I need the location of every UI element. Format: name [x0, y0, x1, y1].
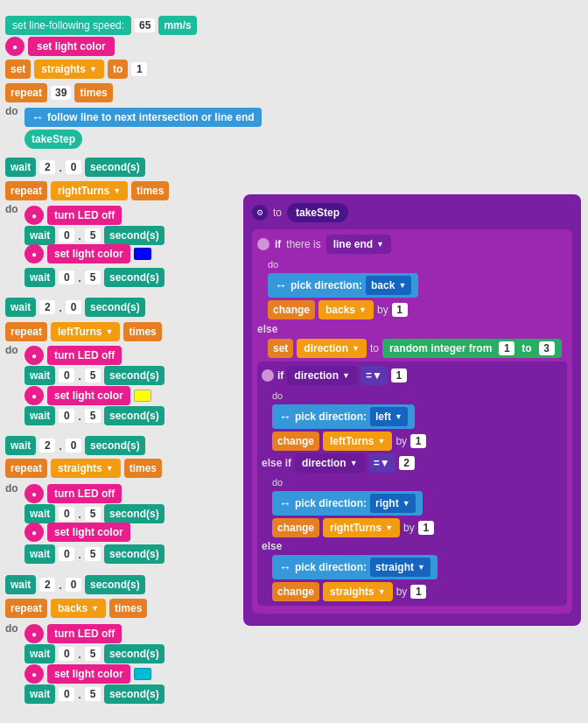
pick-direction-4-block[interactable]: ↔ pick direction: straight ▼ [272, 555, 438, 579]
by-val-2[interactable]: 1 [410, 434, 426, 448]
by-val-1[interactable]: 1 [392, 303, 408, 317]
takestep-row[interactable]: takeStep [24, 130, 82, 149]
pick-direction-3-block[interactable]: ↔ pick direction: right ▼ [272, 491, 423, 516]
times-label-2: times [131, 181, 169, 200]
wait-4-v1[interactable]: 2 [39, 300, 55, 314]
wait-5-v1[interactable]: 0 [59, 369, 74, 383]
turn-led-off-1[interactable]: turn LED off [47, 206, 122, 225]
back-dropdown[interactable]: back ▼ [366, 276, 411, 295]
follow-line-row[interactable]: ↔ follow line to next intersection or li… [24, 108, 262, 127]
turn-led-off-4-row[interactable]: ● turn LED off [24, 624, 122, 643]
turn-led-off-1-row[interactable]: ● turn LED off [24, 206, 122, 225]
wait-6-v2[interactable]: 5 [85, 409, 101, 423]
wait-10-v2[interactable]: 0 [66, 578, 81, 592]
left-dropdown[interactable]: left ▼ [370, 407, 408, 426]
direction-var-3-dropdown[interactable]: direction ▼ [295, 453, 365, 473]
backs-var-dropdown[interactable]: backs ▼ [318, 300, 374, 319]
color-swatch-blue[interactable] [134, 248, 151, 260]
straights-dropdown-2[interactable]: straights ▼ [51, 459, 121, 478]
to-keyword-1: to [108, 60, 128, 79]
wait-1-v1[interactable]: 2 [39, 160, 55, 174]
wait-10-unit: second(s) [85, 575, 145, 594]
wait-12-v1[interactable]: 0 [59, 687, 74, 701]
takestep-label[interactable]: takeStep [287, 203, 348, 222]
right-dropdown[interactable]: right ▼ [370, 494, 416, 513]
leftturns-dropdown[interactable]: leftTurns ▼ [51, 322, 120, 341]
color-swatch-cyan[interactable] [134, 668, 151, 680]
speed-value[interactable]: 65 [135, 18, 155, 32]
val-2-box[interactable]: 2 [399, 456, 415, 470]
random-block[interactable]: random integer from 1 to 3 [382, 339, 562, 358]
set-light-label-5[interactable]: set light color [47, 664, 130, 684]
set-light-label-2[interactable]: set light color [47, 244, 130, 263]
rightturns-dropdown[interactable]: rightTurns ▼ [51, 181, 128, 200]
straight-dropdown[interactable]: straight ▼ [370, 558, 430, 577]
wait-4-v2[interactable]: 0 [66, 300, 81, 314]
wait-6-v1[interactable]: 0 [59, 409, 74, 423]
takestep-block[interactable]: takeStep [24, 130, 82, 149]
wait-11-unit: second(s) [104, 644, 164, 663]
if-block-2: if direction ▼ =▼ 1 do ↔ pick direction: [257, 362, 567, 606]
val-1-box[interactable]: 1 [391, 369, 407, 383]
wait-11-v1[interactable]: 0 [59, 647, 74, 661]
turn-led-off-2[interactable]: turn LED off [47, 346, 122, 365]
turn-led-off-4[interactable]: turn LED off [47, 624, 122, 643]
direction-var-dropdown[interactable]: direction ▼ [297, 339, 367, 358]
wait-2-v2[interactable]: 5 [85, 228, 101, 242]
wait-12-v2[interactable]: 5 [85, 687, 101, 701]
wait-10-v1[interactable]: 2 [39, 578, 55, 592]
straights-var-dropdown[interactable]: straights ▼ [323, 582, 393, 601]
change-keyword-4: change [272, 582, 319, 601]
by-label-2: by [396, 435, 407, 447]
direction-var-2-dropdown[interactable]: direction ▼ [287, 366, 357, 385]
function-header: ⚙ to takeStep [252, 203, 572, 222]
backs-dropdown[interactable]: backs ▼ [51, 599, 106, 618]
times-label-1: times [74, 83, 112, 102]
wait-3-v2[interactable]: 5 [85, 270, 101, 284]
set-keyword: set [5, 60, 31, 79]
wait-7-row: wait 2 . 0 second(s) [5, 436, 145, 455]
repeat-39-val[interactable]: 39 [51, 86, 71, 100]
rightturns-var-dropdown[interactable]: rightTurns ▼ [323, 518, 400, 537]
wait-keyword-4: wait [5, 298, 36, 317]
turn-led-off-3[interactable]: turn LED off [47, 484, 122, 503]
line-end-dropdown[interactable]: line end ▼ [326, 235, 391, 254]
wait-3-row: wait 0 . 5 second(s) [24, 268, 164, 287]
wait-8-v1[interactable]: 0 [59, 507, 74, 521]
leftturns-var-dropdown[interactable]: leftTurns ▼ [323, 432, 392, 451]
eq1-block[interactable]: =▼ [360, 366, 388, 385]
pick-direction-2-block[interactable]: ↔ pick direction: left ▼ [272, 404, 415, 429]
eq2-block[interactable]: =▼ [368, 453, 396, 473]
set-light-label-3[interactable]: set light color [47, 386, 130, 405]
by-val-3[interactable]: 1 [418, 521, 434, 535]
wait-1-v2[interactable]: 0 [66, 160, 81, 174]
set-light-cyan-row: ● set light color [24, 664, 151, 684]
set-light-label-4[interactable]: set light color [47, 523, 130, 542]
by-val-4[interactable]: 1 [410, 585, 426, 599]
wait-7-v2[interactable]: 0 [66, 439, 81, 453]
wait-9-v2[interactable]: 5 [85, 547, 101, 561]
wait-8-row: wait 0 . 5 second(s) [24, 504, 164, 523]
follow-line-block[interactable]: ↔ follow line to next intersection or li… [24, 108, 262, 127]
wait-9-v1[interactable]: 0 [59, 547, 74, 561]
set-light-label-1[interactable]: set light color [28, 37, 115, 56]
change-keyword-2: change [272, 432, 319, 451]
rand-to-val[interactable]: 3 [539, 341, 555, 355]
turn-led-off-3-row[interactable]: ● turn LED off [24, 484, 122, 503]
wait-2-v1[interactable]: 0 [59, 228, 74, 242]
wait-8-v2[interactable]: 5 [85, 507, 101, 521]
wait-1-row: wait 2 . 0 second(s) [5, 158, 145, 177]
turn-led-off-2-row[interactable]: ● turn LED off [24, 346, 122, 365]
wait-5-v2[interactable]: 5 [85, 369, 101, 383]
straights-dropdown-1[interactable]: straights ▼ [34, 60, 104, 79]
rand-from-val[interactable]: 1 [499, 341, 514, 355]
wait-11-v2[interactable]: 5 [85, 647, 101, 661]
wait-3-v1[interactable]: 0 [59, 270, 74, 284]
pick-direction-1-block[interactable]: ↔ pick direction: back ▼ [268, 273, 418, 298]
color-swatch-yellow[interactable] [134, 390, 151, 402]
straights-to-val[interactable]: 1 [131, 62, 147, 76]
wait-1-unit: second(s) [85, 158, 145, 177]
wait-keyword-11: wait [24, 644, 55, 663]
wait-7-v1[interactable]: 2 [39, 439, 55, 453]
change-keyword-1: change [268, 300, 315, 319]
